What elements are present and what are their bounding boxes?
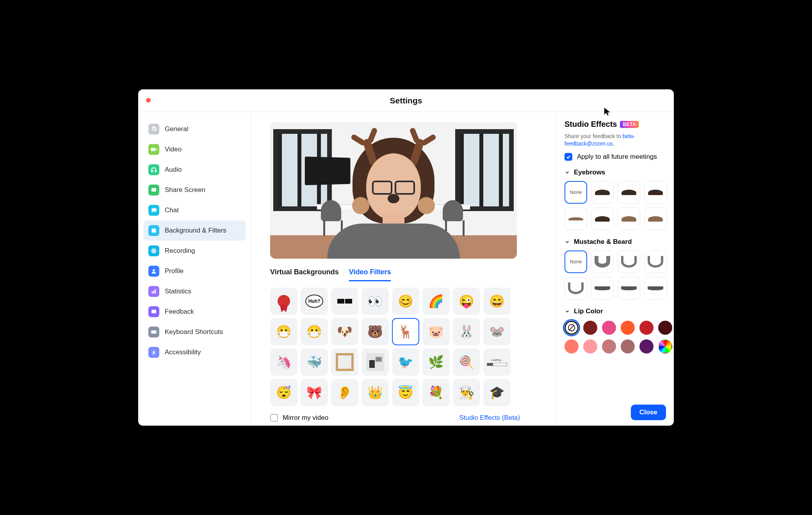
lip-color-swatch[interactable] xyxy=(639,339,654,353)
filter-bunny[interactable]: 🐰 xyxy=(453,318,480,345)
eyebrow-option-thin-light[interactable] xyxy=(564,208,587,230)
beard-option-goatee[interactable] xyxy=(618,250,640,273)
sidebar-item-background-filters[interactable]: Background & Filters xyxy=(144,220,246,241)
beard-option-chin-strap[interactable] xyxy=(644,250,667,273)
eyebrow-option-dark-flat[interactable] xyxy=(618,181,640,204)
sidebar-item-keyboard-shortcuts[interactable]: Keyboard Shortcuts xyxy=(144,322,246,342)
filter-sleepy-zzz[interactable]: 😴 xyxy=(270,379,297,406)
sidebar-item-label: Statistics xyxy=(165,288,191,295)
filter-reindeer[interactable]: 🦌 xyxy=(392,318,419,345)
tab-video-filters[interactable]: Video Filters xyxy=(349,266,391,281)
lip-color-swatch[interactable] xyxy=(658,321,672,335)
apply-all-checkbox[interactable]: Apply to all future meetings xyxy=(564,153,666,161)
filter-gold-crown[interactable]: 👑 xyxy=(361,379,389,406)
filter-bear[interactable]: 🐻 xyxy=(361,318,389,345)
lip-color-swatch[interactable] xyxy=(621,321,635,335)
filters-icon xyxy=(148,225,159,236)
filter-pig[interactable]: 🐷 xyxy=(422,318,450,345)
eyebrows-header[interactable]: Eyebrows xyxy=(564,169,666,176)
studio-effects-panel: Studio Effects BETA Share your feedback … xyxy=(557,112,674,426)
sidebar-item-label: Share Screen xyxy=(165,186,205,194)
filter-hydrangea[interactable]: 💐 xyxy=(422,379,450,406)
sidebar-item-share-screen[interactable]: Share Screen xyxy=(144,180,246,200)
beard-option-thin-mustache[interactable] xyxy=(618,277,640,300)
lip-color-swatch[interactable] xyxy=(564,339,579,353)
filter-halo[interactable]: 😇 xyxy=(392,379,419,406)
filter-red-bow[interactable]: 🎀 xyxy=(301,379,328,406)
filter-lollipops[interactable]: 🍭 xyxy=(453,348,480,376)
stats-icon xyxy=(148,286,159,297)
eyebrow-option-dark-angled[interactable] xyxy=(644,181,667,204)
svg-rect-17 xyxy=(154,331,155,332)
filter-gallery-room[interactable] xyxy=(361,348,389,376)
beard-header[interactable]: Mustache & Beard xyxy=(564,238,666,246)
beard-option-thick-mustache[interactable] xyxy=(591,277,614,300)
svg-rect-10 xyxy=(155,289,156,294)
filter-shrek-ears[interactable]: 👂 xyxy=(331,379,358,406)
beard-section: Mustache & Beard None xyxy=(564,238,666,300)
sidebar-item-recording[interactable]: Recording xyxy=(144,241,246,261)
lip-color-swatch[interactable] xyxy=(602,339,616,353)
studio-effects-link[interactable]: Studio Effects (Beta) xyxy=(459,414,520,422)
filter-puppy[interactable]: 🐶 xyxy=(331,318,358,345)
checkbox-box xyxy=(564,153,572,161)
filter-mask-teal[interactable]: 😷 xyxy=(301,318,328,345)
sidebar-item-profile[interactable]: Profile xyxy=(144,261,246,281)
sidebar-item-accessibility[interactable]: Accessibility xyxy=(144,342,246,362)
grin-icon: 😄 xyxy=(489,294,505,309)
filter-photo-frame[interactable] xyxy=(331,348,358,376)
lip-header[interactable]: Lip Color xyxy=(564,307,666,315)
chat-icon xyxy=(148,205,159,216)
sidebar-item-video[interactable]: Video xyxy=(144,139,246,160)
lip-color-swatch[interactable] xyxy=(621,339,635,353)
filter-rainbow-hat[interactable]: 🌈 xyxy=(422,288,450,315)
speech-bubble-icon: Huh? xyxy=(305,295,323,308)
filter-unicorn[interactable]: 🦄 xyxy=(270,348,297,376)
mask-surgical-icon: 😷 xyxy=(276,324,292,339)
filter-leaves[interactable]: 🌿 xyxy=(422,348,450,376)
lip-color-swatch[interactable] xyxy=(583,339,597,353)
beard-option-full-beard[interactable] xyxy=(591,250,614,273)
eyebrow-option-auburn[interactable] xyxy=(644,208,667,230)
eyebrow-option-dark-arched[interactable] xyxy=(591,181,614,204)
lip-color-swatch[interactable] xyxy=(583,321,597,335)
tab-virtual-backgrounds[interactable]: Virtual Backgrounds xyxy=(270,266,339,281)
lip-color-picker[interactable] xyxy=(658,339,672,353)
sidebar-item-label: Recording xyxy=(165,247,195,255)
sidebar-item-chat[interactable]: Chat xyxy=(144,200,246,220)
lip-color-swatch[interactable] xyxy=(639,321,654,335)
filter-narwhal[interactable]: 🐳 xyxy=(301,348,328,376)
eyebrow-option-brown[interactable] xyxy=(618,208,640,230)
chevron-down-icon xyxy=(564,309,570,314)
sidebar-item-statistics[interactable]: Statistics xyxy=(144,281,246,302)
filter-pixel-sunglasses[interactable] xyxy=(331,288,358,315)
beard-option-soul-patch[interactable] xyxy=(564,277,587,300)
filter-graduation-cap[interactable]: 🎓 xyxy=(483,379,511,406)
filter-loading-bar[interactable]: Loading... xyxy=(483,348,511,376)
lip-color-none[interactable] xyxy=(564,321,579,335)
sidebar-item-feedback[interactable]: Feedback xyxy=(144,302,246,322)
lip-color-swatch[interactable] xyxy=(602,321,616,335)
filter-big-eyes[interactable]: 👀 xyxy=(361,288,389,315)
beard-option-handlebar[interactable] xyxy=(644,277,667,300)
filter-mask-surgical[interactable]: 😷 xyxy=(270,318,297,345)
eyebrow-option-none[interactable]: None xyxy=(564,181,587,204)
close-button[interactable]: Close xyxy=(631,405,666,420)
filter-mouse[interactable]: 🐭 xyxy=(483,318,511,345)
filter-grin[interactable]: 😄 xyxy=(483,288,511,315)
filter-cockatiel[interactable]: 🐦 xyxy=(392,348,419,376)
sidebar-item-general[interactable]: General xyxy=(144,119,246,139)
filter-huh-bubble[interactable]: Huh? xyxy=(301,288,328,315)
eyebrow-option-thick-dark[interactable] xyxy=(591,208,614,230)
filter-wink-tongue[interactable]: 😜 xyxy=(453,288,480,315)
filter-award-ribbon[interactable] xyxy=(270,288,297,315)
wink-tongue-icon: 😜 xyxy=(459,294,474,309)
filter-blush[interactable]: 😊 xyxy=(392,288,419,315)
close-window-button[interactable] xyxy=(146,98,151,103)
filter-chef-hat[interactable]: 👨‍🍳 xyxy=(453,379,480,406)
share-icon xyxy=(148,185,159,195)
mirror-video-checkbox[interactable]: Mirror my video xyxy=(270,414,328,422)
beard-option-none[interactable]: None xyxy=(564,250,587,273)
puppy-icon: 🐶 xyxy=(337,324,353,339)
sidebar-item-audio[interactable]: Audio xyxy=(144,160,246,180)
